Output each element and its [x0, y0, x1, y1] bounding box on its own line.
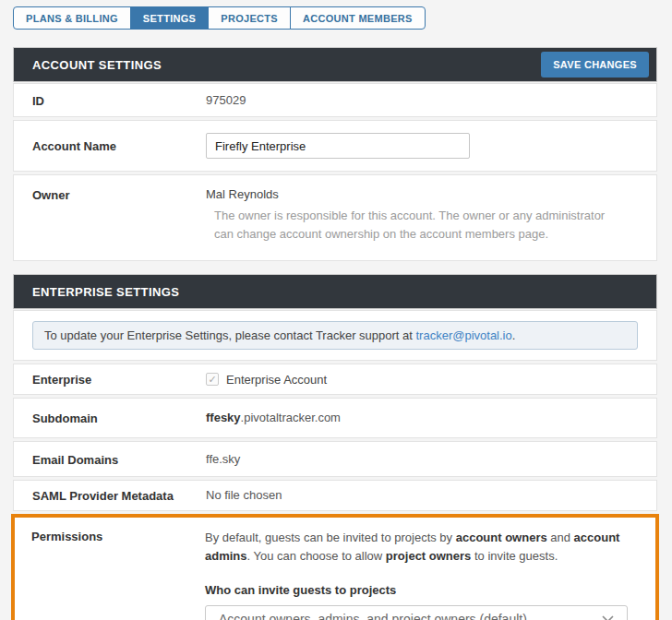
subdomain-label: Subdomain: [32, 411, 206, 425]
saml-metadata-label: SAML Provider Metadata: [32, 488, 206, 503]
account-settings-card: ACCOUNT SETTINGS SAVE CHANGES ID 975029 …: [13, 47, 657, 261]
permissions-highlight-outline: Permissions By default, guests can be in…: [11, 514, 659, 620]
tab-projects[interactable]: PROJECTS: [208, 6, 291, 30]
enterprise-checkbox-wrap: ✓ Enterprise Account: [206, 373, 638, 387]
perm-desc-bold-project-owners: project owners: [386, 549, 471, 563]
tab-settings[interactable]: SETTINGS: [130, 6, 209, 30]
enterprise-account-checkbox[interactable]: ✓: [206, 373, 219, 386]
account-tabbar: PLANS & BILLING SETTINGS PROJECTS ACCOUN…: [13, 6, 426, 30]
perm-desc-text: and: [547, 531, 574, 544]
notice-text-end: .: [512, 328, 516, 342]
invite-guests-selected-value: Account owners, admins, and project owne…: [219, 612, 527, 620]
permissions-label: Permissions: [31, 529, 205, 620]
perm-desc-text: . You can choose to allow: [247, 549, 386, 563]
support-email-link[interactable]: tracker@pivotal.io: [416, 328, 512, 342]
tab-account-members[interactable]: ACCOUNT MEMBERS: [290, 6, 426, 30]
enterprise-settings-title: ENTERPRISE SETTINGS: [32, 285, 179, 299]
perm-desc-text: to invite guests.: [471, 549, 558, 563]
subdomain-row: Subdomain ffesky.pivotaltracker.com: [13, 398, 657, 438]
perm-desc-text: By default, guests can be invited to pro…: [205, 531, 456, 544]
saml-metadata-row: SAML Provider Metadata No file chosen: [13, 480, 657, 511]
id-label: ID: [32, 93, 206, 108]
owner-label: Owner: [32, 187, 206, 244]
account-name-input[interactable]: [206, 133, 470, 159]
id-row: ID 975029: [13, 83, 657, 117]
chevron-down-icon: [602, 615, 614, 620]
owner-value: Mal Reynolds: [206, 187, 638, 201]
email-domains-row: Email Domains ffe.sky: [13, 441, 657, 477]
subdomain-value-rest: .pivotaltracker.com: [241, 411, 341, 424]
permissions-description: By default, guests can be invited to pro…: [205, 529, 639, 566]
enterprise-label: Enterprise: [32, 372, 206, 387]
enterprise-notice-row: To update your Enterprise Settings, plea…: [13, 310, 657, 361]
enterprise-checkbox-label: Enterprise Account: [226, 373, 327, 387]
saml-metadata-value: No file chosen: [206, 488, 638, 503]
settings-page: PLANS & BILLING SETTINGS PROJECTS ACCOUN…: [0, 0, 672, 620]
invite-guests-question: Who can invite guests to projects: [205, 583, 639, 597]
permissions-row: Permissions By default, guests can be in…: [15, 518, 655, 620]
owner-help-text: The owner is responsible for this accoun…: [206, 207, 623, 244]
subdomain-value-bold: ffesky: [206, 411, 241, 424]
email-domains-value: ffe.sky: [206, 452, 638, 467]
enterprise-settings-header: ENTERPRISE SETTINGS: [13, 274, 657, 309]
account-settings-header: ACCOUNT SETTINGS SAVE CHANGES: [13, 47, 657, 82]
notice-text: To update your Enterprise Settings, plea…: [44, 328, 416, 342]
account-name-label: Account Name: [32, 138, 206, 153]
id-value: 975029: [206, 93, 638, 108]
account-name-row: Account Name: [13, 120, 657, 172]
perm-desc-bold-account-owners: account owners: [456, 531, 547, 544]
enterprise-settings-card: ENTERPRISE SETTINGS To update your Enter…: [13, 274, 657, 620]
save-changes-button[interactable]: SAVE CHANGES: [541, 52, 649, 78]
owner-row: Owner Mal Reynolds The owner is responsi…: [13, 174, 657, 261]
tab-plans-and-billing[interactable]: PLANS & BILLING: [13, 6, 131, 30]
enterprise-row: Enterprise ✓ Enterprise Account: [13, 364, 657, 395]
enterprise-notice: To update your Enterprise Settings, plea…: [32, 321, 638, 350]
account-settings-title: ACCOUNT SETTINGS: [32, 58, 162, 72]
email-domains-label: Email Domains: [32, 452, 206, 467]
invite-guests-select[interactable]: Account owners, admins, and project owne…: [205, 605, 628, 620]
